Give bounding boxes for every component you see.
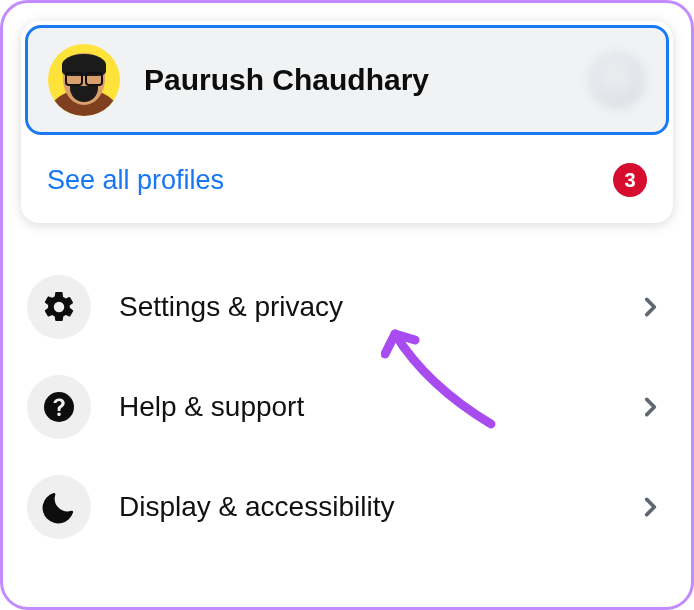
profile-name: Paurush Chaudhary: [144, 63, 564, 97]
gear-icon: [27, 275, 91, 339]
chevron-right-icon: [637, 294, 663, 320]
notification-badge: 3: [613, 163, 647, 197]
question-icon: [27, 375, 91, 439]
menu-item-label: Display & accessibility: [119, 491, 609, 523]
chevron-right-icon: [637, 394, 663, 420]
see-all-profiles[interactable]: See all profiles 3: [21, 139, 673, 223]
moon-icon: [27, 475, 91, 539]
chevron-right-icon: [637, 494, 663, 520]
menu-item-settings-privacy[interactable]: Settings & privacy: [21, 257, 673, 357]
menu-item-help-support[interactable]: Help & support: [21, 357, 673, 457]
menu-item-display-accessibility[interactable]: Display & accessibility: [21, 457, 673, 557]
current-profile-row[interactable]: Paurush Chaudhary: [25, 25, 669, 135]
menu-item-label: Settings & privacy: [119, 291, 609, 323]
profile-card: Paurush Chaudhary See all profiles 3: [21, 21, 673, 223]
see-all-profiles-label: See all profiles: [47, 165, 224, 196]
menu-item-label: Help & support: [119, 391, 609, 423]
menu-list: Settings & privacy Help & support Displa…: [21, 257, 673, 557]
avatar: [48, 44, 120, 116]
secondary-avatar-blurred: [588, 51, 646, 109]
